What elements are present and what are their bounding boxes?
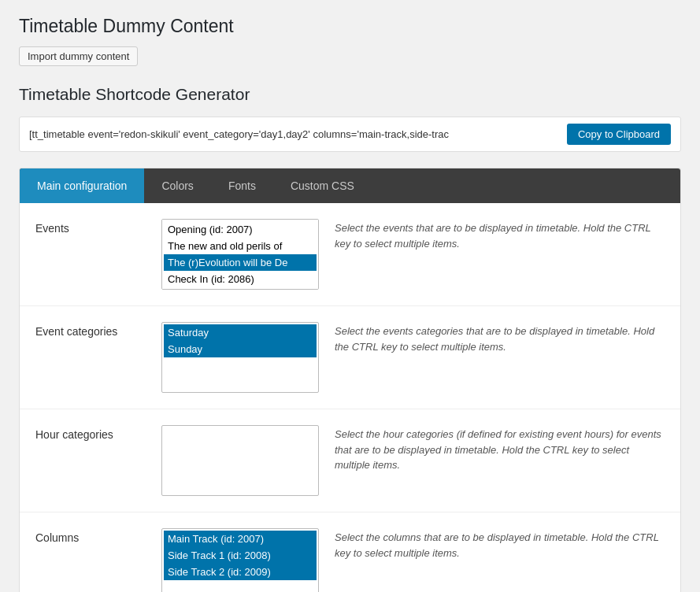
- config-row-event-categories: Event categoriesSaturdaySundaySelect the…: [20, 306, 680, 409]
- tabs-header: Main configurationColorsFontsCustom CSS: [20, 168, 680, 203]
- config-row-events: EventsOpening (id: 2007)The new and old …: [20, 203, 680, 306]
- page-title: Timetable Dummy Content: [19, 16, 681, 37]
- row-help-hour-categories: Select the hour categories (if defined f…: [335, 425, 665, 473]
- config-row-hour-categories: Hour categoriesSelect the hour categorie…: [20, 409, 680, 512]
- section-title: Timetable Shortcode Generator: [19, 85, 681, 104]
- row-help-event-categories: Select the events categories that are to…: [335, 322, 665, 354]
- row-label-events: Events: [35, 219, 146, 235]
- copy-to-clipboard-button[interactable]: Copy to Clipboard: [567, 124, 671, 145]
- row-label-columns: Columns: [35, 528, 146, 544]
- row-label-hour-categories: Hour categories: [35, 425, 146, 441]
- row-help-events: Select the events that are to be display…: [335, 219, 665, 251]
- tab-fonts[interactable]: Fonts: [211, 168, 273, 203]
- row-control-columns: Main Track (id: 2007)Side Track 1 (id: 2…: [161, 528, 319, 592]
- row-control-events: Opening (id: 2007)The new and old perils…: [161, 219, 319, 290]
- row-control-hour-categories: [161, 425, 319, 496]
- shortcode-input[interactable]: [29, 128, 559, 140]
- tabs-container: Main configurationColorsFontsCustom CSS …: [19, 168, 681, 592]
- import-dummy-content-button[interactable]: Import dummy content: [19, 46, 138, 66]
- select-events[interactable]: Opening (id: 2007)The new and old perils…: [161, 219, 319, 290]
- row-help-columns: Select the columns that are to be displa…: [335, 528, 665, 561]
- select-hour-categories[interactable]: [161, 425, 319, 496]
- row-label-event-categories: Event categories: [35, 322, 146, 338]
- tab-colors[interactable]: Colors: [144, 168, 210, 203]
- config-row-columns: ColumnsMain Track (id: 2007)Side Track 1…: [20, 512, 680, 592]
- tab-main-configuration[interactable]: Main configuration: [20, 168, 144, 203]
- select-event-categories[interactable]: SaturdaySunday: [161, 322, 319, 393]
- tab-custom-css[interactable]: Custom CSS: [273, 168, 372, 203]
- select-columns[interactable]: Main Track (id: 2007)Side Track 1 (id: 2…: [161, 528, 319, 592]
- shortcode-container: Copy to Clipboard: [19, 117, 681, 152]
- tabs-body: EventsOpening (id: 2007)The new and old …: [20, 203, 680, 592]
- row-control-event-categories: SaturdaySunday: [161, 322, 319, 393]
